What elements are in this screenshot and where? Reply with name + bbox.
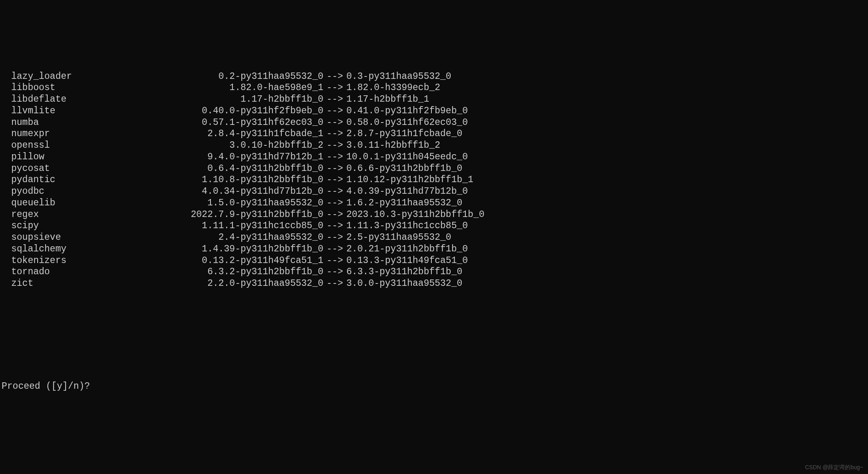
package-from-version: 0.6.4-py311h2bbff1b_0: [183, 163, 323, 175]
package-from-version: 0.40.0-py311hf2fb9eb_0: [183, 105, 323, 117]
watermark: CSDN @薛定谔的bug~: [805, 464, 863, 471]
package-row: queuelib1.5.0-py311haa95532_0-->1.6.2-py…: [2, 197, 866, 209]
package-name: zict: [11, 278, 183, 289]
package-to-version: 1.17-h2bbff1b_1: [346, 94, 429, 105]
package-name: tornado: [11, 266, 183, 278]
package-update-list: lazy_loader0.2-py311haa95532_0-->0.3-py3…: [2, 71, 866, 289]
package-from-version: 1.11.1-py311hc1ccb85_0: [183, 220, 323, 232]
package-from-version: 0.2-py311haa95532_0: [183, 71, 323, 82]
package-from-version: 2022.7.9-py311h2bbff1b_0: [183, 209, 323, 221]
package-to-version: 3.0.0-py311haa95532_0: [346, 278, 462, 289]
package-to-version: 3.0.11-h2bbff1b_2: [346, 140, 440, 151]
package-to-version: 2023.10.3-py311h2bbff1b_0: [346, 209, 484, 221]
package-from-version: 3.0.10-h2bbff1b_2: [183, 140, 323, 151]
package-row: numba0.57.1-py311hf62ec03_0-->0.58.0-py3…: [2, 117, 866, 129]
package-from-version: 0.13.2-py311h49fca51_1: [183, 255, 323, 267]
package-to-version: 0.41.0-py311hf2fb9eb_0: [346, 105, 468, 117]
package-row: tornado6.3.2-py311h2bbff1b_0-->6.3.3-py3…: [2, 266, 866, 278]
package-name: pydantic: [11, 174, 183, 186]
package-from-version: 2.2.0-py311haa95532_0: [183, 278, 323, 289]
package-to-version: 1.10.12-py311h2bbff1b_1: [346, 174, 473, 186]
package-from-version: 1.82.0-hae598e9_1: [183, 82, 323, 94]
terminal-output: lazy_loader0.2-py311haa95532_0-->0.3-py3…: [2, 48, 866, 474]
package-row: numexpr2.8.4-py311h1fcbade_1-->2.8.7-py3…: [2, 128, 866, 140]
package-from-version: 1.4.39-py311h2bbff1b_0: [183, 243, 323, 255]
arrow-icon: -->: [323, 128, 346, 140]
package-to-version: 1.6.2-py311haa95532_0: [346, 197, 462, 209]
package-row: sqlalchemy1.4.39-py311h2bbff1b_0-->2.0.2…: [2, 243, 866, 255]
package-row: pydantic1.10.8-py311h2bbff1b_0-->1.10.12…: [2, 174, 866, 186]
package-to-version: 0.13.3-py311h49fca51_0: [346, 255, 468, 267]
package-from-version: 2.4-py311haa95532_0: [183, 232, 323, 243]
package-name: llvmlite: [11, 105, 183, 117]
package-name: openssl: [11, 140, 183, 151]
package-row: lazy_loader0.2-py311haa95532_0-->0.3-py3…: [2, 71, 866, 82]
package-to-version: 2.8.7-py311h1fcbade_0: [346, 128, 462, 140]
package-name: pycosat: [11, 163, 183, 175]
package-to-version: 1.11.3-py311hc1ccb85_0: [346, 220, 468, 232]
package-name: queuelib: [11, 197, 183, 209]
package-to-version: 0.58.0-py311hf62ec03_0: [346, 117, 468, 129]
package-to-version: 0.6.6-py311h2bbff1b_0: [346, 163, 462, 175]
package-to-version: 2.0.21-py311h2bbff1b_0: [346, 243, 468, 255]
arrow-icon: -->: [323, 278, 346, 289]
arrow-icon: -->: [323, 209, 346, 221]
arrow-icon: -->: [323, 243, 346, 255]
arrow-icon: -->: [323, 140, 346, 151]
package-row: libboost1.82.0-hae598e9_1-->1.82.0-h3399…: [2, 82, 866, 94]
package-from-version: 2.8.4-py311h1fcbade_1: [183, 128, 323, 140]
package-from-version: 1.10.8-py311h2bbff1b_0: [183, 174, 323, 186]
arrow-icon: -->: [323, 151, 346, 163]
package-name: lazy_loader: [11, 71, 183, 82]
package-name: scipy: [11, 220, 183, 232]
arrow-icon: -->: [323, 186, 346, 197]
package-name: sqlalchemy: [11, 243, 183, 255]
package-name: numexpr: [11, 128, 183, 140]
package-name: pyodbc: [11, 186, 183, 197]
package-row: zict2.2.0-py311haa95532_0-->3.0.0-py311h…: [2, 278, 866, 289]
arrow-icon: -->: [323, 197, 346, 209]
package-to-version: 2.5-py311haa95532_0: [346, 232, 451, 243]
arrow-icon: -->: [323, 71, 346, 82]
package-row: scipy1.11.1-py311hc1ccb85_0-->1.11.3-py3…: [2, 220, 866, 232]
package-name: tokenizers: [11, 255, 183, 267]
package-name: libboost: [11, 82, 183, 94]
package-row: openssl3.0.10-h2bbff1b_2-->3.0.11-h2bbff…: [2, 140, 866, 151]
package-to-version: 6.3.3-py311h2bbff1b_0: [346, 266, 462, 278]
package-name: regex: [11, 209, 183, 221]
package-to-version: 4.0.39-py311hd77b12b_0: [346, 186, 468, 197]
package-name: pillow: [11, 151, 183, 163]
arrow-icon: -->: [323, 255, 346, 267]
arrow-icon: -->: [323, 163, 346, 175]
package-from-version: 1.17-h2bbff1b_0: [183, 94, 323, 105]
arrow-icon: -->: [323, 266, 346, 278]
package-to-version: 0.3-py311haa95532_0: [346, 71, 451, 82]
package-row: regex2022.7.9-py311h2bbff1b_0-->2023.10.…: [2, 209, 866, 221]
package-from-version: 1.5.0-py311haa95532_0: [183, 197, 323, 209]
arrow-icon: -->: [323, 94, 346, 105]
package-from-version: 9.4.0-py311hd77b12b_1: [183, 151, 323, 163]
package-row: soupsieve2.4-py311haa95532_0-->2.5-py311…: [2, 232, 866, 243]
package-to-version: 1.82.0-h3399ecb_2: [346, 82, 440, 94]
package-row: pyodbc4.0.34-py311hd77b12b_0-->4.0.39-py…: [2, 186, 866, 197]
arrow-icon: -->: [323, 82, 346, 94]
arrow-icon: -->: [323, 117, 346, 129]
package-from-version: 4.0.34-py311hd77b12b_0: [183, 186, 323, 197]
proceed-prompt[interactable]: Proceed ([y]/n)?: [2, 381, 866, 392]
package-name: soupsieve: [11, 232, 183, 243]
package-name: numba: [11, 117, 183, 129]
arrow-icon: -->: [323, 174, 346, 186]
package-from-version: 0.57.1-py311hf62ec03_0: [183, 117, 323, 129]
package-row: pillow9.4.0-py311hd77b12b_1-->10.0.1-py3…: [2, 151, 866, 163]
package-from-version: 6.3.2-py311h2bbff1b_0: [183, 266, 323, 278]
package-name: libdeflate: [11, 94, 183, 105]
arrow-icon: -->: [323, 220, 346, 232]
package-row: pycosat0.6.4-py311h2bbff1b_0-->0.6.6-py3…: [2, 163, 866, 175]
package-row: tokenizers0.13.2-py311h49fca51_1-->0.13.…: [2, 255, 866, 267]
arrow-icon: -->: [323, 105, 346, 117]
package-to-version: 10.0.1-py311h045eedc_0: [346, 151, 468, 163]
package-row: llvmlite0.40.0-py311hf2fb9eb_0-->0.41.0-…: [2, 105, 866, 117]
arrow-icon: -->: [323, 232, 346, 243]
package-row: libdeflate1.17-h2bbff1b_0-->1.17-h2bbff1…: [2, 94, 866, 105]
